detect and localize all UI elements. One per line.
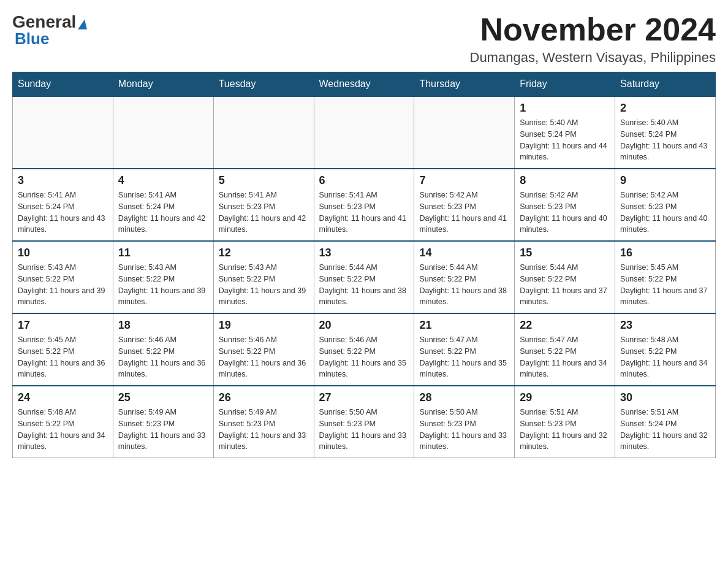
day-number: 13 <box>319 247 409 259</box>
day-number: 7 <box>419 174 509 187</box>
calendar-cell: 8Sunrise: 5:42 AMSunset: 5:23 PMDaylight… <box>515 169 615 241</box>
logo: General Blue <box>12 12 87 48</box>
calendar-cell: 20Sunrise: 5:46 AMSunset: 5:22 PMDayligh… <box>314 313 414 386</box>
weekday-header-friday: Friday <box>515 72 615 97</box>
day-number: 21 <box>419 319 509 332</box>
location-subtitle: Dumangas, Western Visayas, Philippines <box>470 50 716 66</box>
day-number: 29 <box>520 391 610 404</box>
day-number: 30 <box>620 391 710 404</box>
calendar-week-row-3: 10Sunrise: 5:43 AMSunset: 5:22 PMDayligh… <box>13 241 716 313</box>
weekday-header-wednesday: Wednesday <box>314 72 414 97</box>
calendar-cell <box>414 96 515 169</box>
calendar-cell: 27Sunrise: 5:50 AMSunset: 5:23 PMDayligh… <box>314 386 414 458</box>
day-number: 27 <box>319 391 409 404</box>
day-number: 14 <box>419 247 509 259</box>
calendar-cell: 28Sunrise: 5:50 AMSunset: 5:23 PMDayligh… <box>414 386 515 458</box>
day-info: Sunrise: 5:41 AMSunset: 5:24 PMDaylight:… <box>18 190 108 236</box>
calendar-cell: 4Sunrise: 5:41 AMSunset: 5:24 PMDaylight… <box>113 169 213 241</box>
day-info: Sunrise: 5:41 AMSunset: 5:24 PMDaylight:… <box>118 190 208 236</box>
day-number: 25 <box>118 391 208 404</box>
day-info: Sunrise: 5:43 AMSunset: 5:22 PMDaylight:… <box>118 262 208 308</box>
day-number: 16 <box>620 247 710 259</box>
day-info: Sunrise: 5:41 AMSunset: 5:23 PMDaylight:… <box>219 190 309 236</box>
title-section: November 2024 Dumangas, Western Visayas,… <box>470 12 716 66</box>
calendar-cell: 11Sunrise: 5:43 AMSunset: 5:22 PMDayligh… <box>113 241 213 313</box>
month-year-title: November 2024 <box>470 12 716 47</box>
calendar-cell: 1Sunrise: 5:40 AMSunset: 5:24 PMDaylight… <box>515 96 615 169</box>
day-number: 6 <box>319 174 409 187</box>
day-number: 22 <box>520 319 610 332</box>
day-info: Sunrise: 5:46 AMSunset: 5:22 PMDaylight:… <box>219 334 309 380</box>
weekday-header-thursday: Thursday <box>414 72 515 97</box>
day-info: Sunrise: 5:44 AMSunset: 5:22 PMDaylight:… <box>319 262 409 308</box>
calendar-cell: 19Sunrise: 5:46 AMSunset: 5:22 PMDayligh… <box>213 313 314 386</box>
calendar-cell: 5Sunrise: 5:41 AMSunset: 5:23 PMDaylight… <box>213 169 314 241</box>
day-number: 5 <box>219 174 309 187</box>
day-number: 18 <box>118 319 208 332</box>
calendar-cell: 21Sunrise: 5:47 AMSunset: 5:22 PMDayligh… <box>414 313 515 386</box>
day-info: Sunrise: 5:40 AMSunset: 5:24 PMDaylight:… <box>520 117 610 163</box>
calendar-cell <box>113 96 213 169</box>
calendar-cell: 22Sunrise: 5:47 AMSunset: 5:22 PMDayligh… <box>515 313 615 386</box>
calendar-cell <box>314 96 414 169</box>
day-number: 2 <box>620 102 710 115</box>
calendar-cell: 3Sunrise: 5:41 AMSunset: 5:24 PMDaylight… <box>13 169 113 241</box>
day-info: Sunrise: 5:43 AMSunset: 5:22 PMDaylight:… <box>18 262 108 308</box>
day-info: Sunrise: 5:44 AMSunset: 5:22 PMDaylight:… <box>520 262 610 308</box>
calendar-cell: 18Sunrise: 5:46 AMSunset: 5:22 PMDayligh… <box>113 313 213 386</box>
day-info: Sunrise: 5:46 AMSunset: 5:22 PMDaylight:… <box>319 334 409 380</box>
day-info: Sunrise: 5:45 AMSunset: 5:22 PMDaylight:… <box>620 262 710 308</box>
calendar-week-row-4: 17Sunrise: 5:45 AMSunset: 5:22 PMDayligh… <box>13 313 716 386</box>
day-number: 24 <box>18 391 108 404</box>
day-number: 17 <box>18 319 108 332</box>
day-number: 28 <box>419 391 509 404</box>
day-number: 3 <box>18 174 108 187</box>
calendar-cell: 24Sunrise: 5:48 AMSunset: 5:22 PMDayligh… <box>13 386 113 458</box>
day-info: Sunrise: 5:42 AMSunset: 5:23 PMDaylight:… <box>620 190 710 236</box>
day-number: 12 <box>219 247 309 259</box>
day-number: 10 <box>18 247 108 259</box>
day-info: Sunrise: 5:41 AMSunset: 5:23 PMDaylight:… <box>319 190 409 236</box>
day-info: Sunrise: 5:46 AMSunset: 5:22 PMDaylight:… <box>118 334 208 380</box>
day-info: Sunrise: 5:47 AMSunset: 5:22 PMDaylight:… <box>520 334 610 380</box>
calendar-cell: 13Sunrise: 5:44 AMSunset: 5:22 PMDayligh… <box>314 241 414 313</box>
day-info: Sunrise: 5:49 AMSunset: 5:23 PMDaylight:… <box>118 407 208 453</box>
day-info: Sunrise: 5:43 AMSunset: 5:22 PMDaylight:… <box>219 262 309 308</box>
calendar-cell: 12Sunrise: 5:43 AMSunset: 5:22 PMDayligh… <box>213 241 314 313</box>
calendar-cell: 10Sunrise: 5:43 AMSunset: 5:22 PMDayligh… <box>13 241 113 313</box>
day-info: Sunrise: 5:49 AMSunset: 5:23 PMDaylight:… <box>219 407 309 453</box>
day-number: 4 <box>118 174 208 187</box>
calendar-week-row-1: 1Sunrise: 5:40 AMSunset: 5:24 PMDaylight… <box>13 96 716 169</box>
calendar-cell: 9Sunrise: 5:42 AMSunset: 5:23 PMDaylight… <box>615 169 716 241</box>
calendar-cell: 29Sunrise: 5:51 AMSunset: 5:23 PMDayligh… <box>515 386 615 458</box>
calendar-cell <box>13 96 113 169</box>
calendar-cell: 7Sunrise: 5:42 AMSunset: 5:23 PMDaylight… <box>414 169 515 241</box>
weekday-header-sunday: Sunday <box>13 72 113 97</box>
day-info: Sunrise: 5:42 AMSunset: 5:23 PMDaylight:… <box>419 190 509 236</box>
weekday-header-row: SundayMondayTuesdayWednesdayThursdayFrid… <box>13 72 716 97</box>
weekday-header-tuesday: Tuesday <box>213 72 314 97</box>
day-info: Sunrise: 5:51 AMSunset: 5:24 PMDaylight:… <box>620 407 710 453</box>
day-number: 1 <box>520 102 610 115</box>
day-info: Sunrise: 5:45 AMSunset: 5:22 PMDaylight:… <box>18 334 108 380</box>
calendar-cell: 2Sunrise: 5:40 AMSunset: 5:24 PMDaylight… <box>615 96 716 169</box>
day-info: Sunrise: 5:50 AMSunset: 5:23 PMDaylight:… <box>419 407 509 453</box>
day-info: Sunrise: 5:42 AMSunset: 5:23 PMDaylight:… <box>520 190 610 236</box>
day-info: Sunrise: 5:50 AMSunset: 5:23 PMDaylight:… <box>319 407 409 453</box>
day-info: Sunrise: 5:47 AMSunset: 5:22 PMDaylight:… <box>419 334 509 380</box>
calendar-week-row-2: 3Sunrise: 5:41 AMSunset: 5:24 PMDaylight… <box>13 169 716 241</box>
weekday-header-monday: Monday <box>113 72 213 97</box>
day-number: 11 <box>118 247 208 259</box>
day-number: 9 <box>620 174 710 187</box>
calendar-cell: 23Sunrise: 5:48 AMSunset: 5:22 PMDayligh… <box>615 313 716 386</box>
day-number: 19 <box>219 319 309 332</box>
calendar-cell: 17Sunrise: 5:45 AMSunset: 5:22 PMDayligh… <box>13 313 113 386</box>
day-number: 20 <box>319 319 409 332</box>
day-info: Sunrise: 5:48 AMSunset: 5:22 PMDaylight:… <box>620 334 710 380</box>
day-info: Sunrise: 5:44 AMSunset: 5:22 PMDaylight:… <box>419 262 509 308</box>
calendar-cell: 14Sunrise: 5:44 AMSunset: 5:22 PMDayligh… <box>414 241 515 313</box>
calendar-week-row-5: 24Sunrise: 5:48 AMSunset: 5:22 PMDayligh… <box>13 386 716 458</box>
logo-triangle-icon <box>78 20 87 29</box>
calendar-cell: 30Sunrise: 5:51 AMSunset: 5:24 PMDayligh… <box>615 386 716 458</box>
day-info: Sunrise: 5:51 AMSunset: 5:23 PMDaylight:… <box>520 407 610 453</box>
